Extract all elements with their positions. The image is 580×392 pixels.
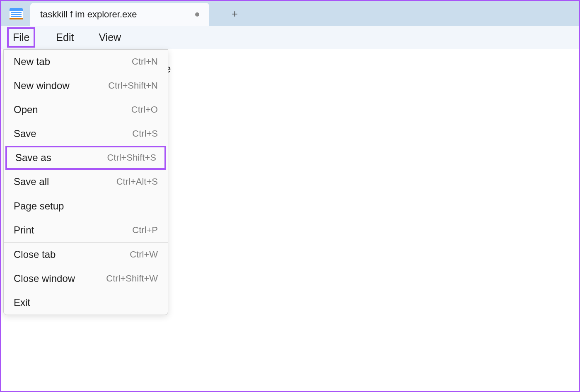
document-tab[interactable]: taskkill f im explorer.exe	[30, 3, 209, 26]
menu-entry-exit[interactable]: Exit	[4, 291, 168, 315]
menu-bar: File Edit View	[1, 26, 579, 49]
menu-entry-new-window[interactable]: New windowCtrl+Shift+N	[4, 74, 168, 98]
tab-title: taskkill f im explorer.exe	[40, 9, 137, 20]
notepad-icon	[10, 7, 23, 20]
menu-shortcut: Ctrl+S	[132, 128, 158, 139]
menu-entry-save-all[interactable]: Save allCtrl+Alt+S	[4, 170, 168, 194]
new-tab-button[interactable]: +	[226, 5, 244, 23]
menu-entry-page-setup[interactable]: Page setup	[4, 194, 168, 218]
menu-entry-save[interactable]: SaveCtrl+S	[4, 122, 168, 146]
menu-label: Close window	[14, 273, 75, 284]
menu-label: Page setup	[14, 200, 64, 212]
menu-entry-save-as[interactable]: Save asCtrl+Shift+S	[5, 146, 166, 170]
menu-label: Exit	[14, 297, 30, 308]
menu-edit[interactable]: Edit	[52, 29, 78, 46]
menu-entry-open[interactable]: OpenCtrl+O	[4, 98, 168, 122]
editor-area[interactable]: e New tabCtrl+NNew windowCtrl+Shift+NOpe…	[1, 49, 579, 391]
menu-shortcut: Ctrl+Shift+W	[106, 273, 158, 284]
menu-shortcut: Ctrl+P	[132, 225, 158, 236]
menu-label: Save all	[14, 176, 49, 188]
menu-label: New window	[14, 80, 70, 91]
menu-shortcut: Ctrl+N	[132, 56, 158, 67]
menu-file[interactable]: File	[7, 27, 35, 48]
file-dropdown-menu: New tabCtrl+NNew windowCtrl+Shift+NOpenC…	[3, 49, 168, 315]
plus-icon: +	[232, 7, 238, 20]
menu-shortcut: Ctrl+W	[130, 249, 158, 260]
menu-shortcut: Ctrl+Alt+S	[116, 176, 158, 187]
title-bar: taskkill f im explorer.exe +	[1, 1, 579, 26]
menu-entry-new-tab[interactable]: New tabCtrl+N	[4, 50, 168, 74]
menu-entry-close-window[interactable]: Close windowCtrl+Shift+W	[4, 267, 168, 291]
menu-entry-print[interactable]: PrintCtrl+P	[4, 218, 168, 242]
menu-shortcut: Ctrl+Shift+S	[107, 152, 156, 163]
menu-label: Save	[14, 128, 36, 139]
menu-shortcut: Ctrl+Shift+N	[108, 80, 158, 91]
menu-view[interactable]: View	[94, 29, 125, 46]
menu-entry-close-tab[interactable]: Close tabCtrl+W	[4, 243, 168, 267]
menu-label: New tab	[14, 56, 50, 67]
menu-label: Open	[14, 104, 38, 115]
menu-label: Save as	[15, 152, 51, 164]
menu-shortcut: Ctrl+O	[131, 104, 158, 115]
menu-label: Close tab	[14, 249, 56, 260]
menu-label: Print	[14, 224, 34, 236]
modified-indicator-icon	[195, 12, 199, 17]
